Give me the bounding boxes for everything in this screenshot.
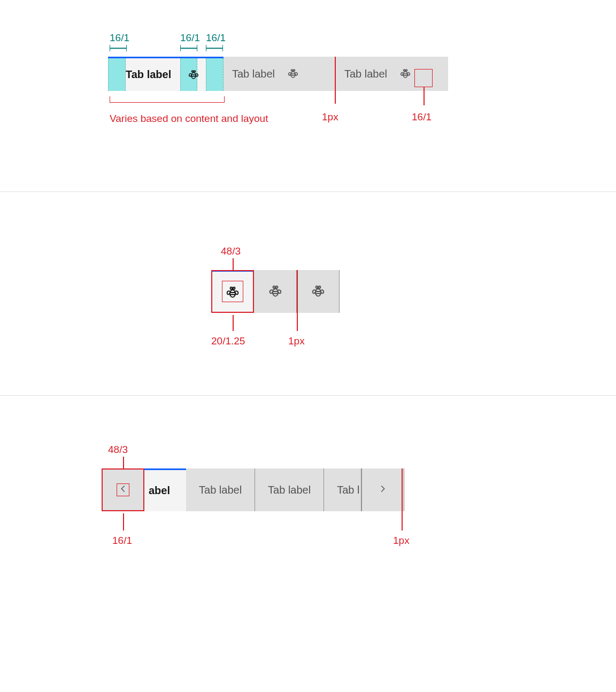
- tab-4[interactable]: Tab l: [324, 468, 361, 511]
- spec-callout-icon-size: 16/1: [412, 111, 432, 123]
- spec-callout-divider: 1px: [322, 111, 338, 123]
- chevron-left-icon: [118, 484, 128, 496]
- scroll-right-button[interactable]: [361, 468, 404, 511]
- tab-label: abel: [149, 485, 170, 497]
- padding-highlight: [206, 58, 224, 91]
- tab-2[interactable]: Tab label: [224, 57, 336, 91]
- tab-label: Tab label: [199, 484, 242, 496]
- bee-icon: [287, 67, 299, 80]
- spec-leader-line: [402, 468, 403, 530]
- chevron-right-icon: [378, 484, 388, 496]
- spec-callout-padding-right: 16/1: [206, 32, 223, 51]
- spec-callout-padding-left: 16/1: [110, 32, 127, 51]
- spec-callout-chevron-size: 16/1: [112, 535, 132, 547]
- spec-callout-scroll-btn-size: 48/3: [108, 444, 508, 456]
- annotations-bottom: Varies based on content and layout 1px 1…: [108, 95, 493, 149]
- tab-icon-2[interactable]: [254, 270, 297, 313]
- tab-label: Tab label: [126, 68, 171, 81]
- spec-figure-icon-only-tabs: 48/3 20/1.25: [0, 192, 616, 395]
- tab-icon-3[interactable]: [297, 270, 340, 313]
- spec-leader-line: [123, 457, 124, 468]
- spec-leader-line: [233, 258, 234, 270]
- tab-label: Tab l: [337, 484, 359, 496]
- spec-figure-scrollable-tabs: 48/3 abel Tab label Tab label Tab l: [0, 396, 616, 599]
- bee-icon: [310, 283, 326, 299]
- tab-label: Tab label: [232, 68, 275, 80]
- bee-icon: [399, 67, 412, 80]
- tab-2[interactable]: Tab label: [186, 468, 255, 511]
- spec-callout-divider: 1px: [393, 535, 410, 547]
- tab-1[interactable]: Tab label: [108, 57, 224, 91]
- tabs-row: abel Tab label Tab label Tab l: [102, 468, 508, 511]
- spec-callout-divider: 1px: [288, 335, 305, 347]
- spec-callout-icon-size: 20/1.25: [211, 335, 245, 347]
- spec-brace-width: [110, 96, 225, 103]
- spec-callout-tab-size: 48/3: [221, 245, 404, 257]
- tabs-row: [211, 270, 404, 313]
- annotations-bottom: 16/1 1px: [102, 513, 508, 556]
- spec-callout-padding-middle: 16/1: [180, 32, 197, 51]
- spec-leader-line: [297, 270, 298, 331]
- tab-label: Tab label: [344, 68, 387, 80]
- tab-icon-1[interactable]: [211, 270, 254, 313]
- scroll-left-button[interactable]: [102, 468, 144, 511]
- spec-figure-tabs-with-label-and-icon: 16/1 16/1 16/1 Tab label Tab label: [0, 0, 616, 191]
- spec-highlight-box: [414, 69, 433, 87]
- spec-leader-line: [335, 57, 336, 104]
- annotations-bottom: 20/1.25 1px: [211, 315, 404, 352]
- bee-icon: [267, 283, 283, 299]
- spec-callout-width-note: Varies based on content and layout: [110, 111, 268, 126]
- spec-leader-line: [233, 315, 234, 331]
- tabs-row: Tab label Tab label Tab label: [108, 57, 493, 91]
- tab-label: Tab label: [268, 484, 311, 496]
- tab-3[interactable]: Tab label: [255, 468, 324, 511]
- spec-leader-line: [424, 87, 425, 105]
- tab-1[interactable]: abel: [144, 468, 186, 511]
- bee-icon: [225, 285, 241, 301]
- padding-annotations-top: 16/1 16/1 16/1: [108, 32, 493, 57]
- bee-icon: [187, 68, 200, 81]
- spec-leader-line: [123, 513, 124, 530]
- padding-highlight: [108, 58, 126, 91]
